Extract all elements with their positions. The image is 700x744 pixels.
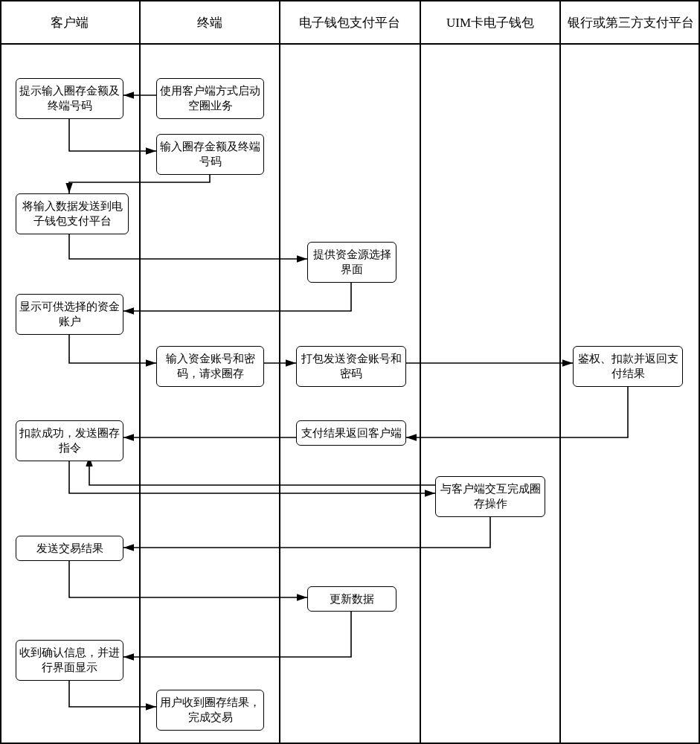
lane-header-bank: 银行或第三方支付平台 [561, 1, 700, 43]
node-auth-deduct: 鉴权、扣款并返回支付结果 [573, 346, 683, 387]
swimlane-diagram: 客户端 终端 电子钱包支付平台 UIM卡电子钱包 银行或第三方支付平台 使用客户… [0, 0, 700, 744]
node-show-accounts: 显示可供选择的资金账户 [16, 294, 123, 335]
node-send-tx-result: 发送交易结果 [16, 536, 123, 561]
node-deduct-ok-send: 扣款成功，发送圈存指令 [16, 420, 123, 461]
lane-headers: 客户端 终端 电子钱包支付平台 UIM卡电子钱包 银行或第三方支付平台 [0, 0, 700, 45]
lane-header-terminal: 终端 [141, 1, 281, 43]
lane-header-client: 客户端 [0, 1, 141, 43]
node-prompt-amount: 提示输入圈存金额及终端号码 [16, 78, 123, 119]
lane-header-uim-wallet: UIM卡电子钱包 [421, 1, 562, 43]
node-start-service: 使用客户端方式启动空圈业务 [156, 78, 264, 119]
node-pay-result-return: 支付结果返回客户端 [296, 420, 406, 446]
node-user-receives: 用户收到圈存结果，完成交易 [156, 690, 264, 731]
lane-header-ewallet-platform: 电子钱包支付平台 [280, 1, 421, 43]
node-fund-source-select: 提供资金源选择界面 [307, 242, 396, 283]
node-update-data: 更新数据 [307, 586, 396, 612]
node-enter-amount: 输入圈存金额及终端号码 [156, 134, 264, 175]
node-confirm-display: 收到确认信息，并进行界面显示 [16, 640, 123, 681]
node-uim-interact: 与客户端交互完成圈存操作 [435, 476, 545, 517]
node-enter-credentials: 输入资金账号和密码，请求圈存 [156, 346, 264, 387]
node-package-send: 打包发送资金账号和密码 [296, 346, 406, 387]
node-send-to-platform: 将输入数据发送到电子钱包支付平台 [16, 193, 129, 234]
